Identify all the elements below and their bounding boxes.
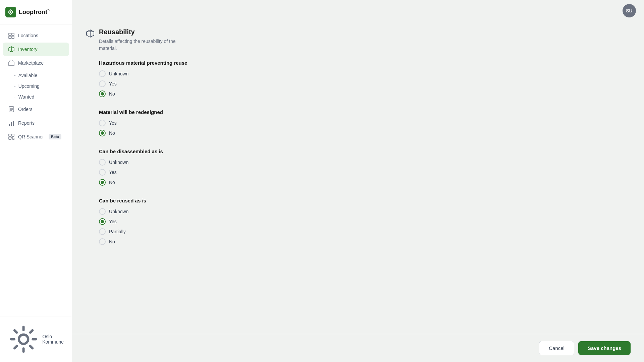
svg-rect-7 <box>9 124 10 126</box>
marketplace-icon <box>8 60 15 66</box>
sidebar-item-reports[interactable]: Reports <box>3 116 69 130</box>
radio-circle <box>99 238 106 245</box>
radio-circle <box>99 228 106 235</box>
svg-point-13 <box>19 335 28 344</box>
radio-label: Unknown <box>109 160 128 165</box>
radio-circle-checked <box>99 90 106 97</box>
radio-group-redesigned: Yes No <box>99 120 631 136</box>
sidebar-item-available[interactable]: Available <box>0 70 72 81</box>
sidebar-qr-label: QR Scanner <box>18 134 44 139</box>
section-desc: Details affecting the reusability of the… <box>99 38 176 52</box>
reports-icon <box>8 120 15 126</box>
radio-label: Yes <box>109 81 117 86</box>
reusability-icon <box>86 29 95 38</box>
content-area: Reusability Details affecting the reusab… <box>72 21 644 334</box>
radio-hazardous-yes[interactable]: Yes <box>99 80 631 87</box>
radio-label: Yes <box>109 120 117 126</box>
cancel-button[interactable]: Cancel <box>539 341 574 355</box>
radio-label: Partially <box>109 229 126 234</box>
radio-disassembled-unknown[interactable]: Unknown <box>99 159 631 166</box>
radio-circle <box>99 159 106 166</box>
qr-beta-badge: Beta <box>49 134 61 139</box>
radio-label: Unknown <box>109 209 128 214</box>
orders-icon <box>8 106 15 113</box>
radio-reused-no[interactable]: No <box>99 238 631 245</box>
radio-circle-checked <box>99 130 106 136</box>
question-disassembled-label: Can be disassembled as is <box>99 148 631 154</box>
sidebar-locations-label: Locations <box>18 33 38 38</box>
radio-circle-checked <box>99 218 106 225</box>
sidebar-nav: Locations Inventory Marketplace Availabl… <box>0 24 72 316</box>
sidebar-item-upcoming[interactable]: Upcoming <box>0 81 72 92</box>
radio-hazardous-unknown[interactable]: Unknown <box>99 70 631 77</box>
form-section: Hazardous material preventing reuse Unkn… <box>99 60 631 257</box>
sidebar-reports-label: Reports <box>18 120 35 126</box>
header: SU <box>72 0 644 21</box>
sidebar-item-orders[interactable]: Orders <box>3 103 69 116</box>
sidebar-item-marketplace[interactable]: Marketplace <box>3 56 69 70</box>
sidebar: Loopfront™ Locations Inventory <box>0 0 72 362</box>
svg-rect-5 <box>9 62 14 66</box>
radio-circle <box>99 169 106 176</box>
main-content: SU Reusability Details affecting the reu… <box>72 0 644 362</box>
question-reused-label: Can be reused as is <box>99 198 631 203</box>
question-hazardous: Hazardous material preventing reuse Unkn… <box>99 60 631 97</box>
svg-rect-1 <box>9 33 11 36</box>
sidebar-item-locations[interactable]: Locations <box>3 29 69 42</box>
radio-hazardous-no[interactable]: No <box>99 90 631 97</box>
user-avatar[interactable]: SU <box>623 4 636 17</box>
sidebar-item-wanted[interactable]: Wanted <box>0 92 72 102</box>
section-title: Reusability <box>99 28 176 36</box>
radio-redesigned-no[interactable]: No <box>99 130 631 136</box>
section-header: Reusability Details affecting the reusab… <box>86 21 631 52</box>
radio-redesigned-yes[interactable]: Yes <box>99 120 631 126</box>
question-reused: Can be reused as is Unknown Yes Partiall… <box>99 198 631 245</box>
location-icon <box>8 32 15 39</box>
app-name: Loopfront™ <box>19 9 51 16</box>
radio-reused-partially[interactable]: Partially <box>99 228 631 235</box>
radio-circle <box>99 80 106 87</box>
radio-disassembled-yes[interactable]: Yes <box>99 169 631 176</box>
sidebar-item-qr-scanner[interactable]: QR Scanner Beta <box>3 130 69 143</box>
radio-label: No <box>109 239 115 244</box>
radio-label: Yes <box>109 170 117 175</box>
svg-rect-11 <box>12 134 14 136</box>
org-name: Oslo Kommune <box>42 334 64 345</box>
sidebar-footer: Oslo Kommune <box>0 316 72 362</box>
logo: Loopfront™ <box>0 0 72 24</box>
radio-group-hazardous: Unknown Yes No <box>99 70 631 97</box>
svg-rect-4 <box>12 36 14 39</box>
question-redesigned: Material will be redesigned Yes No <box>99 109 631 136</box>
radio-circle <box>99 70 106 77</box>
svg-rect-3 <box>9 36 11 39</box>
sidebar-item-inventory[interactable]: Inventory <box>3 43 69 56</box>
sidebar-marketplace-label: Marketplace <box>18 60 44 66</box>
radio-disassembled-no[interactable]: No <box>99 179 631 186</box>
question-redesigned-label: Material will be redesigned <box>99 109 631 115</box>
radio-label: No <box>109 91 115 97</box>
settings-icon <box>8 324 39 355</box>
radio-circle-checked <box>99 179 106 186</box>
radio-label: No <box>109 130 115 136</box>
org-item[interactable]: Oslo Kommune <box>3 320 69 358</box>
svg-rect-2 <box>12 33 14 36</box>
footer-bar: Cancel Save changes <box>72 334 644 362</box>
radio-label: Yes <box>109 219 117 224</box>
radio-label: Unknown <box>109 71 128 76</box>
logo-icon <box>5 7 16 17</box>
radio-group-disassembled: Unknown Yes No <box>99 159 631 186</box>
question-disassembled: Can be disassembled as is Unknown Yes No <box>99 148 631 186</box>
radio-circle <box>99 120 106 126</box>
question-hazardous-label: Hazardous material preventing reuse <box>99 60 631 66</box>
svg-rect-8 <box>11 122 12 126</box>
svg-rect-12 <box>9 137 11 139</box>
inventory-icon <box>8 46 15 53</box>
radio-circle <box>99 208 106 215</box>
radio-reused-yes[interactable]: Yes <box>99 218 631 225</box>
save-button[interactable]: Save changes <box>578 341 631 355</box>
qr-icon <box>8 133 15 140</box>
radio-group-reused: Unknown Yes Partially No <box>99 208 631 245</box>
svg-rect-10 <box>9 134 11 136</box>
radio-reused-unknown[interactable]: Unknown <box>99 208 631 215</box>
section-info: Reusability Details affecting the reusab… <box>99 28 176 52</box>
